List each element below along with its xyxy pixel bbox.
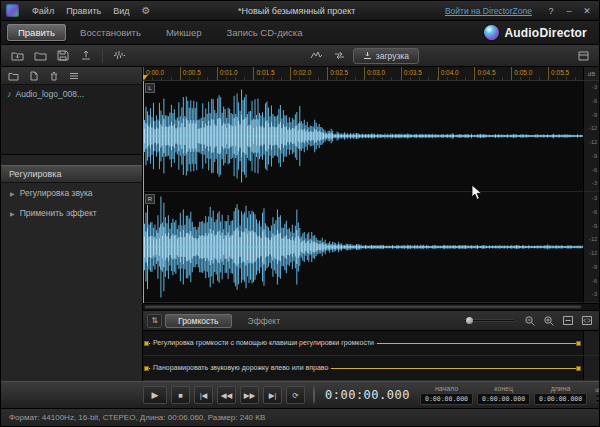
play-button[interactable]: ▶	[143, 386, 167, 404]
go-to-start-button[interactable]: |◀	[194, 386, 213, 404]
library-delete-icon[interactable]	[45, 69, 62, 83]
fit-project-icon[interactable]	[579, 314, 595, 328]
level-meter-labels: dB -36 0	[595, 387, 599, 393]
tab-cd-burn[interactable]: Запись CD-диска	[215, 24, 313, 41]
range-length-group: длина 0:00:00.000	[534, 385, 587, 405]
zoom-slider[interactable]	[463, 319, 515, 322]
range-start-value[interactable]: 0:00:00.000	[420, 393, 473, 405]
horizontal-scrollbar-thumb[interactable]	[144, 305, 582, 309]
zoom-out-icon[interactable]	[522, 314, 538, 328]
menu-file[interactable]: Файл	[32, 6, 54, 16]
import-media-icon[interactable]	[7, 47, 27, 64]
zoom-slider-knob[interactable]	[466, 317, 473, 324]
range-length-value[interactable]: 0:00:00.000	[534, 393, 587, 405]
waveform-left-channel[interactable]: L	[143, 81, 583, 192]
record-button[interactable]	[313, 386, 315, 404]
library-toolbar	[1, 67, 142, 85]
volume-envelope-row[interactable]: Регулировка громкости с помощью клавиши …	[143, 331, 599, 356]
volume-keyframe-end[interactable]	[576, 341, 581, 346]
download-button-label: загрузка	[376, 51, 409, 61]
library-file-name: Audio_logo_008...	[16, 89, 85, 99]
pan-envelope-scale	[583, 356, 599, 380]
status-bar: Формат: 44100Hz, 16-bit, СТЕРЕО, Длина: …	[1, 408, 599, 427]
library-list-view-icon[interactable]	[65, 69, 82, 83]
range-end-group: конец 0:00:00.000	[477, 385, 530, 405]
waveform-right-channel[interactable]: R	[143, 192, 583, 303]
save-icon[interactable]	[53, 47, 73, 64]
fit-selection-icon[interactable]	[560, 314, 576, 328]
main-toolbar: загрузка	[1, 45, 599, 67]
volume-envelope-hint: Регулировка громкости с помощью клавиши …	[150, 339, 377, 346]
library-file-list: ♪ Audio_logo_008...	[1, 85, 142, 155]
subtab-volume[interactable]: Громкость	[165, 314, 232, 328]
project-title: *Новый безымянный проект	[157, 6, 437, 16]
stop-button[interactable]: ■	[171, 386, 190, 404]
pan-keyframe-start[interactable]	[144, 366, 149, 371]
subtab-effect[interactable]: Эффект	[235, 314, 294, 328]
adjust-item-sound[interactable]: ▶ Регулировка звука	[1, 183, 142, 203]
db-scale: -3 -6 -9 -12 -12 -9 -6 -3 -3 -6 -9 -12	[583, 81, 599, 303]
library-add-file-icon[interactable]	[25, 69, 42, 83]
open-folder-icon[interactable]	[30, 47, 50, 64]
tab-mixer[interactable]: Микшер	[155, 24, 213, 41]
adjust-item-effect[interactable]: ▶ Применить эффект	[1, 203, 142, 223]
minimize-button[interactable]: –	[562, 6, 576, 16]
close-button[interactable]: ✕	[580, 6, 594, 16]
dock-icon[interactable]	[573, 47, 593, 64]
normalize-icon[interactable]	[307, 47, 327, 64]
range-end-value[interactable]: 0:00:00.000	[477, 393, 530, 405]
volume-envelope-scale	[583, 331, 599, 355]
volume-keyframe-start[interactable]	[144, 341, 149, 346]
playhead-line[interactable]	[143, 81, 144, 303]
range-start-label: начало	[435, 385, 458, 392]
waveform-right-svg	[143, 192, 583, 302]
help-button[interactable]: ?	[544, 6, 558, 16]
range-start-group: начало 0:00:00.000	[420, 385, 473, 405]
tab-edit[interactable]: Править	[7, 24, 66, 41]
horizontal-scrollbar[interactable]	[143, 303, 599, 311]
download-button[interactable]: загрузка	[353, 48, 419, 64]
zoom-in-icon[interactable]	[541, 314, 557, 328]
waveform-view-icon[interactable]	[109, 47, 129, 64]
pan-envelope-row[interactable]: Панорамировать звуковую дорожку влево ил…	[143, 356, 599, 381]
pan-envelope-hint: Панорамировать звуковую дорожку влево ил…	[150, 364, 331, 371]
mode-tab-bar: Править Восстановить Микшер Запись CD-ди…	[1, 21, 599, 45]
transport-bar: ▶ ■ |◀ ◀◀ ▶▶ ▶| ⟳ 0:00:00.000 начало 0:0…	[1, 381, 599, 408]
channel-left-label: L	[145, 83, 155, 93]
timeline-ticks: 0:00.0 0:00.5 0:01.0 0:01.5 0:02.0 0:02.…	[143, 67, 583, 80]
app-logo-icon	[6, 4, 19, 17]
brand-name: AudioDirector	[504, 26, 587, 40]
expand-arrow-icon: ▶	[10, 190, 15, 197]
adjust-panel: Регулировка ▶ Регулировка звука ▶ Примен…	[1, 165, 142, 381]
loop-button[interactable]: ⟳	[286, 386, 305, 404]
pan-keyframe-end[interactable]	[576, 366, 581, 371]
go-to-end-button[interactable]: ▶|	[263, 386, 282, 404]
level-meter-right	[595, 399, 599, 403]
expand-arrow-icon: ▶	[10, 210, 15, 217]
settings-gear-icon[interactable]: ⚙	[142, 5, 151, 16]
library-import-icon[interactable]	[5, 69, 22, 83]
playhead-marker[interactable]	[143, 75, 148, 80]
brand-logo-icon	[484, 25, 499, 40]
convert-icon[interactable]	[330, 47, 350, 64]
export-icon[interactable]	[76, 47, 96, 64]
waveform-left-svg	[143, 81, 583, 191]
collapse-panel-button[interactable]: ⇅	[147, 314, 162, 328]
adjust-panel-header: Регулировка	[1, 165, 142, 183]
toolbar-separator	[102, 49, 103, 63]
tab-restore[interactable]: Восстановить	[69, 24, 152, 41]
brand: AudioDirector	[484, 25, 593, 40]
content-area: ♪ Audio_logo_008... Регулировка ▶ Регули…	[1, 67, 599, 381]
fast-forward-button[interactable]: ▶▶	[240, 386, 259, 404]
db-corner-label: dB	[583, 67, 599, 80]
level-meter-left	[595, 394, 599, 398]
waveform-stack[interactable]: L R	[143, 81, 583, 303]
db-scale-left: -3 -6 -9 -12 -12 -9 -6 -3	[584, 81, 599, 192]
timeline-ruler[interactable]: 0:00.0 0:00.5 0:01.0 0:01.5 0:02.0 0:02.…	[143, 67, 599, 81]
menu-edit[interactable]: Править	[66, 6, 101, 16]
menu-view[interactable]: Вид	[113, 6, 129, 16]
range-length-label: длина	[551, 385, 571, 392]
rewind-button[interactable]: ◀◀	[217, 386, 236, 404]
library-file-item[interactable]: ♪ Audio_logo_008...	[1, 87, 142, 101]
directorzone-signin-link[interactable]: Войти на DirectorZone	[445, 6, 532, 16]
